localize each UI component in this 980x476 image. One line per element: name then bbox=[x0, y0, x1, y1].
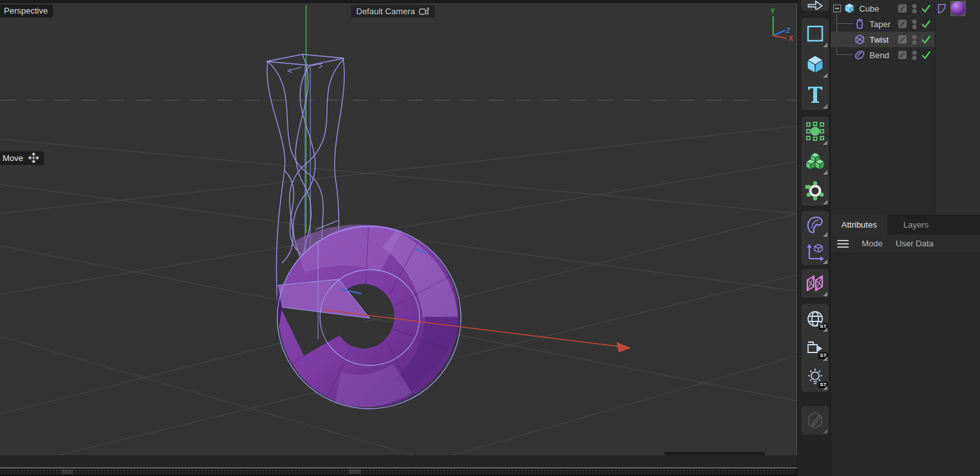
stage-camera-st-icon[interactable]: ST bbox=[802, 333, 829, 362]
axis-y-label: Y bbox=[771, 8, 775, 15]
cube-primitive-icon[interactable] bbox=[802, 49, 829, 79]
enabled-checkmark[interactable] bbox=[921, 34, 931, 45]
bend-icon bbox=[854, 49, 866, 61]
tool-name-label: Move bbox=[3, 153, 23, 163]
st-badge: ST bbox=[818, 323, 828, 330]
scene-3d bbox=[0, 3, 797, 455]
layer-toggle[interactable] bbox=[898, 35, 907, 44]
view-mode-label[interactable]: Perspective bbox=[0, 5, 53, 17]
attributes-panel: Attributes Layers Mode User Data bbox=[830, 215, 980, 476]
collapse-toggle-icon[interactable] bbox=[833, 5, 841, 12]
menu-user-data[interactable]: User Data bbox=[896, 239, 934, 248]
st-badge: ST bbox=[818, 352, 828, 359]
enabled-checkmark[interactable] bbox=[921, 50, 931, 60]
array-generator-icon[interactable] bbox=[802, 146, 829, 176]
st-badge: ST bbox=[818, 382, 828, 388]
camera-icon[interactable] bbox=[419, 7, 430, 16]
rectangle-spline-icon[interactable] bbox=[802, 18, 829, 49]
hamburger-menu-icon[interactable] bbox=[837, 240, 849, 248]
enabled-checkmark[interactable] bbox=[921, 3, 931, 14]
axis-z-label: Z bbox=[785, 27, 791, 34]
timeline-ticks-row1 bbox=[1, 470, 795, 471]
deformed-cube-object[interactable] bbox=[277, 224, 459, 407]
light-st-icon[interactable]: ST bbox=[802, 362, 829, 391]
visibility-dots[interactable] bbox=[912, 35, 917, 45]
menu-mode[interactable]: Mode bbox=[862, 239, 883, 248]
move-icon bbox=[28, 153, 39, 163]
object-name[interactable]: Taper bbox=[869, 19, 891, 29]
axis-modify-icon[interactable] bbox=[802, 238, 829, 265]
object-row-bend[interactable]: Bend bbox=[831, 47, 935, 63]
toolbar-group-create bbox=[802, 18, 829, 110]
object-manager-tag-column bbox=[935, 0, 980, 215]
jump-arrow-icon[interactable] bbox=[802, 0, 829, 11]
camera-selector[interactable]: Default Camera bbox=[351, 5, 435, 17]
attributes-tab-bar: Attributes Layers bbox=[831, 215, 980, 234]
material-tag[interactable] bbox=[950, 1, 966, 16]
tab-attributes[interactable]: Attributes bbox=[831, 215, 888, 234]
enabled-checkmark[interactable] bbox=[921, 19, 931, 29]
mograph-cloner-icon[interactable] bbox=[802, 116, 829, 146]
tab-layers[interactable]: Layers bbox=[888, 215, 944, 234]
cube-icon bbox=[844, 3, 855, 14]
sky-st-icon[interactable]: ST bbox=[802, 304, 829, 333]
symmetry-icon[interactable] bbox=[802, 269, 829, 298]
object-row-taper[interactable]: Taper bbox=[831, 16, 935, 32]
toolbar-group-stage: ST ST bbox=[802, 304, 829, 392]
object-name[interactable]: Bend bbox=[869, 50, 889, 60]
sculpt-pencil-icon bbox=[802, 406, 829, 435]
application-window: Perspective Default Camera Move Grid Spa… bbox=[0, 0, 980, 476]
object-name[interactable]: Twist bbox=[869, 35, 889, 45]
object-row-twist[interactable]: Twist bbox=[831, 32, 935, 47]
toolbar-group-mograph bbox=[802, 116, 829, 206]
visibility-dots[interactable] bbox=[912, 4, 917, 14]
toolbar-group-nav bbox=[802, 0, 829, 11]
layer-toggle[interactable] bbox=[898, 19, 907, 28]
toolbar-group-symmetry bbox=[802, 269, 829, 298]
perspective-viewport[interactable]: Perspective Default Camera Move Grid Spa… bbox=[0, 3, 797, 455]
twist-icon bbox=[854, 34, 866, 45]
attributes-menu-bar: Mode User Data bbox=[831, 234, 980, 254]
object-row-cube[interactable]: Cube bbox=[831, 1, 935, 16]
bend-deformer-icon[interactable] bbox=[802, 211, 829, 238]
right-toolbar: ST ST bbox=[797, 0, 830, 476]
text-tool-icon[interactable] bbox=[802, 79, 829, 110]
toolbar-group-sculpt bbox=[802, 406, 829, 435]
axis-gizmo[interactable]: Y Z X bbox=[765, 7, 796, 41]
toolbar-group-deform bbox=[802, 211, 829, 265]
material-sphere-preview bbox=[951, 1, 965, 16]
visibility-dots[interactable] bbox=[912, 19, 917, 29]
axis-x-label: X bbox=[789, 35, 793, 41]
active-tool-indicator: Move bbox=[0, 151, 44, 165]
phong-tag-icon[interactable] bbox=[937, 3, 947, 14]
taper-icon bbox=[854, 18, 866, 30]
object-name[interactable]: Cube bbox=[859, 4, 879, 14]
metaball-icon[interactable] bbox=[802, 176, 829, 206]
object-manager: Cube Taper bbox=[830, 0, 980, 215]
x-axis-arrow[interactable] bbox=[323, 310, 631, 352]
layer-toggle[interactable] bbox=[898, 4, 907, 13]
command-strip bbox=[0, 455, 797, 468]
visibility-dots[interactable] bbox=[912, 50, 917, 60]
layer-toggle[interactable] bbox=[898, 50, 907, 60]
camera-name-label: Default Camera bbox=[356, 6, 415, 16]
